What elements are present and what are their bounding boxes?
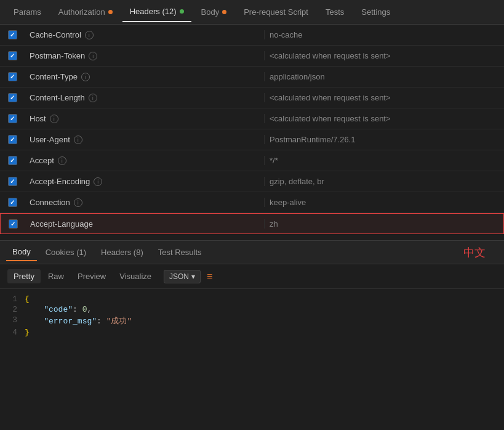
checkbox-cache-control[interactable]: [0, 30, 25, 39]
line-num-2: 2: [0, 305, 25, 314]
info-icon-postman-token[interactable]: i: [89, 52, 97, 60]
tab-pre-request-script-label: Pre-request Script: [244, 7, 308, 17]
header-row-postman-token: Postman-Token i <calculated when request…: [0, 46, 504, 67]
checkbox-connection[interactable]: [0, 198, 25, 207]
val-user-agent: PostmanRuntime/7.26.1: [264, 135, 504, 144]
code-area: 1 { 2 "code": 0, 3 "error_msg": "成功" 4 }: [0, 289, 504, 343]
key-cache-control: Cache-Control i: [25, 30, 264, 39]
info-icon-user-agent[interactable]: i: [74, 136, 82, 144]
tab-body[interactable]: Body: [194, 2, 234, 22]
tab-tests-label: Tests: [326, 7, 344, 17]
format-pretty[interactable]: Pretty: [7, 269, 41, 283]
info-icon-accept[interactable]: i: [58, 156, 66, 165]
tab-authorization-label: Authorization: [58, 7, 105, 17]
format-visualize-label: Visualize: [119, 272, 151, 281]
format-bar: Pretty Raw Preview Visualize JSON ▾ ≡: [0, 264, 504, 289]
checkbox-accept-language[interactable]: [1, 219, 25, 229]
top-tab-bar: Params Authorization Headers (12) Body P…: [0, 0, 504, 25]
val-content-type: application/json: [264, 72, 504, 81]
line-content-2: "code": 0,: [25, 305, 92, 314]
code-line-2: 2 "code": 0,: [0, 304, 504, 315]
val-postman-token: <calculated when request is sent>: [264, 51, 504, 60]
code-line-4: 4 }: [0, 327, 504, 338]
chevron-down-icon: ▾: [191, 272, 195, 281]
tab-params[interactable]: Params: [6, 2, 49, 22]
code-line-1: 1 {: [0, 294, 504, 304]
key-content-type: Content-Type i: [25, 72, 264, 81]
tab-tests[interactable]: Tests: [318, 2, 351, 22]
tab-response-headers[interactable]: Headers (8): [95, 244, 150, 261]
info-icon-content-length[interactable]: i: [89, 94, 97, 102]
line-content-4: }: [25, 328, 30, 337]
code-val-code: 0: [82, 305, 87, 314]
header-row-content-length: Content-Length i <calculated when reques…: [0, 87, 504, 108]
val-accept-encoding: gzip, deflate, br: [264, 177, 504, 186]
headers-dot: [180, 9, 184, 14]
header-row-user-agent: User-Agent i PostmanRuntime/7.26.1: [0, 129, 504, 150]
response-tab-bar: Body Cookies (1) Headers (8) Test Result…: [0, 241, 504, 264]
format-visualize[interactable]: Visualize: [113, 269, 158, 283]
json-type-select[interactable]: JSON ▾: [164, 270, 201, 283]
headers-table: Cache-Control i no-cache Postman-Token i…: [0, 25, 504, 240]
code-key-error-msg: "error_msg": [44, 317, 97, 326]
line-num-3: 3: [0, 315, 25, 325]
checkbox-accept[interactable]: [0, 156, 25, 165]
format-preview[interactable]: Preview: [71, 269, 112, 283]
line-num-1: 1: [0, 294, 25, 304]
info-icon-host[interactable]: i: [50, 115, 58, 123]
header-row-cache-control: Cache-Control i no-cache: [0, 25, 504, 46]
tab-settings-label: Settings: [361, 7, 390, 17]
checkbox-postman-token[interactable]: [0, 51, 25, 60]
tab-headers-label: Headers (12): [130, 7, 177, 16]
format-preview-label: Preview: [78, 272, 106, 281]
header-row-accept-language: Accept-Language zh: [0, 213, 504, 234]
tab-body-label: Body: [201, 7, 220, 17]
placeholder-key[interactable]: Key: [25, 240, 265, 240]
format-raw-label: Raw: [48, 272, 64, 281]
close-brace: }: [25, 328, 30, 337]
chinese-label: 中文: [463, 245, 486, 260]
wrap-icon[interactable]: ≡: [207, 271, 212, 282]
tab-test-results[interactable]: Test Results: [152, 244, 208, 261]
format-raw[interactable]: Raw: [42, 269, 70, 283]
line-num-4: 4: [0, 328, 25, 337]
open-brace: {: [25, 294, 30, 304]
authorization-dot: [108, 10, 113, 14]
tab-headers[interactable]: Headers (12): [122, 2, 191, 22]
response-section: Body Cookies (1) Headers (8) Test Result…: [0, 240, 504, 343]
checkbox-content-length[interactable]: [0, 93, 25, 102]
line-content-3: "error_msg": "成功": [25, 315, 132, 327]
tab-response-body-label: Body: [12, 247, 31, 256]
checkbox-accept-encoding[interactable]: [0, 177, 25, 186]
header-row-content-type: Content-Type i application/json: [0, 67, 504, 87]
info-icon-accept-encoding[interactable]: i: [94, 177, 102, 186]
tab-cookies-label: Cookies (1): [46, 248, 86, 257]
info-icon-cache-control[interactable]: i: [85, 31, 94, 39]
val-connection: keep-alive: [264, 198, 504, 207]
info-icon-connection[interactable]: i: [74, 198, 82, 207]
code-key-code: "code": [44, 305, 73, 314]
val-accept-language: zh: [264, 219, 503, 229]
placeholder-value[interactable]: Value: [265, 240, 505, 240]
tab-settings[interactable]: Settings: [354, 2, 398, 22]
tab-authorization[interactable]: Authorization: [51, 2, 120, 22]
checkbox-content-type[interactable]: [0, 72, 25, 81]
json-type-label: JSON: [169, 272, 189, 281]
header-row-accept: Accept i */*: [0, 150, 504, 171]
checkbox-host[interactable]: [0, 114, 25, 123]
tab-response-body[interactable]: Body: [6, 243, 37, 261]
tab-response-headers-label: Headers (8): [101, 248, 143, 257]
key-accept-language: Accept-Language: [25, 219, 264, 229]
checkbox-user-agent[interactable]: [0, 135, 25, 144]
tab-test-results-label: Test Results: [158, 248, 202, 257]
header-row-accept-encoding: Accept-Encoding i gzip, deflate, br: [0, 171, 504, 192]
tab-params-label: Params: [14, 7, 41, 17]
body-dot: [222, 10, 226, 14]
info-icon-content-type[interactable]: i: [81, 73, 90, 81]
val-host: <calculated when request is sent>: [264, 114, 504, 123]
key-connection: Connection i: [25, 198, 264, 207]
tab-pre-request-script[interactable]: Pre-request Script: [236, 2, 316, 22]
key-host: Host i: [25, 114, 264, 123]
tab-cookies[interactable]: Cookies (1): [39, 244, 92, 261]
placeholder-row[interactable]: Key Value: [0, 234, 504, 240]
